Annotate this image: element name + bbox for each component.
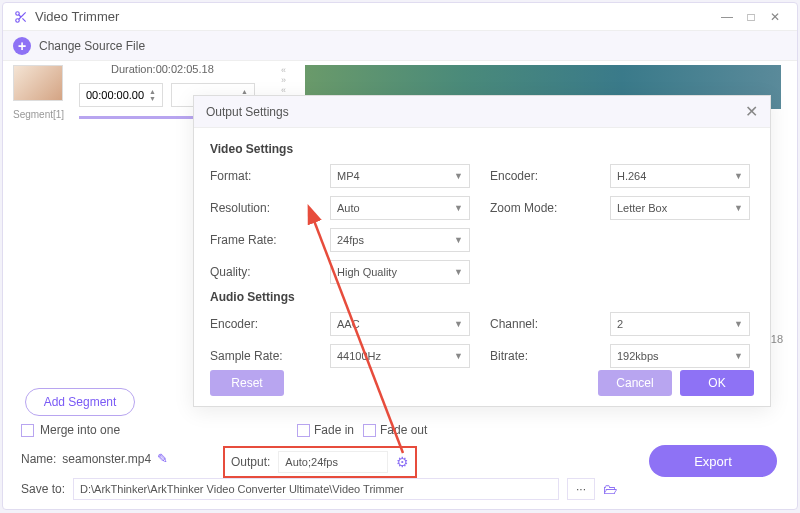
fade-in-checkbox[interactable] [297,424,310,437]
zoom-label: Zoom Mode: [490,201,590,215]
segment-label: Segment[1] [13,109,64,120]
name-row: Name: seamonster.mp4 ✎ [21,451,168,466]
output-row: Output: Auto;24fps ⚙ [223,446,417,478]
quality-select[interactable]: High Quality▼ [330,260,470,284]
segment-thumbnail[interactable] [13,65,63,101]
samplerate-select[interactable]: 44100Hz▼ [330,344,470,368]
ok-button[interactable]: OK [680,370,754,396]
duration-label: Duration:00:02:05.18 [111,63,214,75]
format-select[interactable]: MP4▼ [330,164,470,188]
saveto-input[interactable]: D:\ArkThinker\ArkThinker Video Converter… [73,478,559,500]
chevron-down-icon: ▼ [734,203,743,213]
main-window: Video Trimmer — □ ✕ + Change Source File… [2,2,798,510]
zoom-select[interactable]: Letter Box▼ [610,196,750,220]
channel-label: Channel: [490,317,590,331]
minimize-button[interactable]: — [715,7,739,27]
scissors-icon [13,9,29,25]
fade-out-row: Fade out [363,423,427,437]
merge-row: Merge into one [21,423,120,437]
reset-button[interactable]: Reset [210,370,284,396]
toolbar: + Change Source File [3,31,797,61]
cancel-button[interactable]: Cancel [598,370,672,396]
encoder-video-label: Encoder: [490,169,590,183]
encoder-audio-select[interactable]: AAC▼ [330,312,470,336]
resolution-label: Resolution: [210,201,310,215]
modal-close-icon[interactable]: ✕ [745,102,758,121]
export-button[interactable]: Export [649,445,777,477]
framerate-select[interactable]: 24fps▼ [330,228,470,252]
close-button[interactable]: ✕ [763,7,787,27]
name-label: Name: [21,452,56,466]
svg-point-0 [16,11,20,15]
saveto-row: Save to: D:\ArkThinker\ArkThinker Video … [21,478,617,500]
output-label: Output: [231,455,270,469]
output-settings-modal: Output Settings ✕ Video Settings Format:… [193,95,771,407]
chevron-down-icon: ▼ [454,171,463,181]
modal-body: Video Settings Format: MP4▼ Encoder: H.2… [194,128,770,384]
bitrate-label: Bitrate: [490,349,590,363]
encoder-video-select[interactable]: H.264▼ [610,164,750,188]
fade-in-label: Fade in [314,423,354,437]
name-value: seamonster.mp4 [62,452,151,466]
chevron-down-icon: ▼ [454,235,463,245]
chevron-down-icon: ▼ [734,351,743,361]
add-segment-button[interactable]: Add Segment [25,388,135,416]
chevron-down-icon: ▼ [734,171,743,181]
modal-title: Output Settings [206,105,745,119]
framerate-label: Frame Rate: [210,233,310,247]
svg-point-1 [16,18,20,22]
open-folder-icon[interactable]: 🗁 [603,481,617,497]
plus-icon[interactable]: + [13,37,31,55]
samplerate-label: Sample Rate: [210,349,310,363]
chevron-down-icon: ▼ [454,351,463,361]
fade-out-label: Fade out [380,423,427,437]
audio-settings-heading: Audio Settings [210,290,754,304]
merge-label: Merge into one [40,423,120,437]
chevron-down-icon: ▼ [454,319,463,329]
chevron-down-icon: ▼ [734,319,743,329]
chevron-down-icon: ▼ [454,267,463,277]
channel-select[interactable]: 2▼ [610,312,750,336]
svg-line-4 [19,14,21,16]
spinner-icon[interactable]: ▲▼ [149,83,161,107]
fade-in-row: Fade in [297,423,354,437]
window-title: Video Trimmer [35,9,715,24]
modal-header: Output Settings ✕ [194,96,770,128]
change-source-button[interactable]: Change Source File [39,39,145,53]
gear-icon[interactable]: ⚙ [396,454,409,470]
bitrate-select[interactable]: 192kbps▼ [610,344,750,368]
video-settings-heading: Video Settings [210,142,754,156]
maximize-button[interactable]: □ [739,7,763,27]
saveto-label: Save to: [21,482,65,496]
edit-name-icon[interactable]: ✎ [157,451,168,466]
encoder-audio-label: Encoder: [210,317,310,331]
time-start-input-wrap: ▲▼ [79,83,163,107]
merge-checkbox[interactable] [21,424,34,437]
chevron-down-icon: ▼ [454,203,463,213]
titlebar: Video Trimmer — □ ✕ [3,3,797,31]
output-value[interactable]: Auto;24fps [278,451,388,473]
resolution-select[interactable]: Auto▼ [330,196,470,220]
format-label: Format: [210,169,310,183]
browse-button[interactable]: ··· [567,478,595,500]
fade-out-checkbox[interactable] [363,424,376,437]
modal-footer: Reset Cancel OK [210,370,754,396]
svg-line-3 [22,18,25,21]
quality-label: Quality: [210,265,310,279]
